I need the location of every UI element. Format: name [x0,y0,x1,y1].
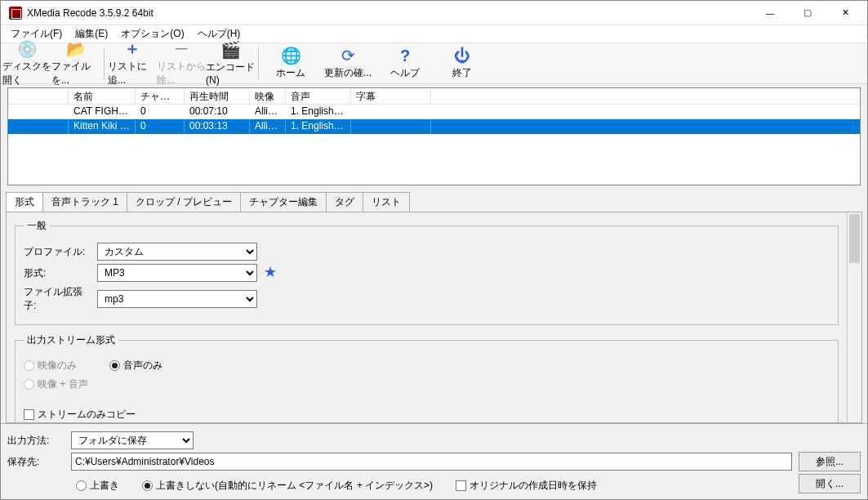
col-check[interactable] [8,88,69,104]
toolbar-label: 終了 [452,66,472,80]
dest-label: 保存先: [7,455,65,469]
cell-audio: 1. English A... [286,105,351,119]
file-row[interactable]: Kitten Kiki g... 0 00:03:13 Allian... 1.… [8,119,860,134]
cell-chapter: 0 [136,105,185,119]
file-list-header: 名前 チャプター 再生時間 映像 音声 字幕 [8,88,860,105]
window-title: XMedia Recode 3.5.9.2 64bit [27,7,751,19]
tabstrip: 形式 音声トラック 1 クロップ / プレビュー チャプター編集 タグ リスト [6,192,862,212]
favorite-star-icon[interactable]: ★ [264,266,278,280]
browse-button[interactable]: 参照... [799,452,861,471]
cell-audio: 1. English A... [286,119,351,134]
tab-crop-preview[interactable]: クロップ / プレビュー [127,192,241,212]
radio-no-overwrite[interactable]: 上書きしない(自動的にリネーム <ファイル名 + インデックス>) [142,479,433,493]
app-icon [9,7,22,20]
toolbar-label: リストに追... [108,60,157,87]
cell-subtitle [351,105,431,119]
home-button[interactable]: 🌐 ホーム [262,44,319,83]
disc-icon: 💿 [18,40,36,58]
minus-icon: ─ [172,40,190,58]
exit-button[interactable]: ⏻ 終了 [434,44,491,83]
profile-label: プロファイル: [24,245,91,259]
close-button[interactable]: ✕ [826,1,864,25]
cell-duration: 00:03:13 [185,119,250,134]
plus-icon: ＋ [123,40,141,58]
cell-chapter: 0 [136,119,185,134]
toolbar-separator [258,47,259,80]
col-audio[interactable]: 音声 [286,88,351,104]
stream-group: 出力ストリーム形式 映像のみ 音声のみ 映像 + 音声 ストリームのみコピー 映… [15,333,839,422]
col-video[interactable]: 映像 [250,88,286,104]
help-button[interactable]: ? ヘルプ [376,44,434,83]
remove-list-button: ─ リストから除... [157,44,206,83]
col-name[interactable]: 名前 [69,88,136,104]
encode-button[interactable]: 🎬 エンコード(N) [206,44,255,83]
open-button[interactable]: 開く... [799,474,861,493]
ext-select[interactable]: mp3 [97,290,257,308]
update-button[interactable]: ⟳ 更新の確... [319,44,376,83]
cell-duration: 00:07:10 [185,105,250,119]
clapper-icon: 🎬 [221,41,239,59]
tab-tag[interactable]: タグ [326,192,363,212]
open-disc-button[interactable]: 💿 ディスクを開く [2,44,51,83]
refresh-icon: ⟳ [339,47,357,65]
help-icon: ? [396,47,414,65]
toolbar-separator [104,47,105,80]
output-method-select[interactable]: フォルダに保存 [71,431,194,449]
toolbar-label: ホーム [276,66,305,80]
folder-icon: 📂 [67,40,85,58]
output-method-label: 出力方法: [7,434,65,448]
tab-panel: 一般 プロファイル: カスタム 形式: MP3 ★ ファイル拡張子: mp3 出… [6,212,862,423]
file-list[interactable]: 名前 チャプター 再生時間 映像 音声 字幕 CAT FIGHT ... 0 0… [7,87,861,185]
output-panel: 出力方法: フォルダに保存 保存先: 参照... 上書き 上書きしない(自動的に… [1,423,867,499]
check-stream-copy[interactable]: ストリームのみコピー [24,408,830,422]
radio-overwrite[interactable]: 上書き [76,479,119,493]
format-select[interactable]: MP3 [97,264,257,282]
file-row[interactable]: CAT FIGHT ... 0 00:07:10 Allian... 1. En… [8,105,860,119]
col-subtitle[interactable]: 字幕 [351,88,431,104]
cell-name: Kitten Kiki g... [69,119,136,134]
power-icon: ⏻ [453,47,471,65]
radio-audio-only[interactable]: 音声のみ [109,359,162,373]
check-keep-date[interactable]: オリジナルの作成日時を保持 [456,479,597,493]
maximize-button[interactable]: ▢ [789,1,826,25]
cell-name: CAT FIGHT ... [69,105,136,119]
dest-path-input[interactable] [71,453,792,471]
tab-audio-track[interactable]: 音声トラック 1 [42,192,127,212]
tab-list[interactable]: リスト [363,192,410,212]
scrollbar-thumb[interactable] [849,214,860,263]
toolbar-label: エンコード(N) [206,60,255,86]
general-legend: 一般 [24,219,50,233]
format-label: 形式: [24,266,91,280]
toolbar-label: ディスクを開く [2,60,51,87]
toolbar: 💿 ディスクを開く 📂 ファイルを... ＋ リストに追... ─ リストから除… [1,43,867,84]
tab-chapter-edit[interactable]: チャプター編集 [240,192,327,212]
col-duration[interactable]: 再生時間 [185,88,250,104]
cell-video: Allian... [250,105,286,119]
toolbar-label: ファイルを... [51,60,100,87]
toolbar-label: 更新の確... [324,66,372,80]
minimize-button[interactable]: — [751,1,789,25]
cell-subtitle [351,119,431,134]
col-chapter[interactable]: チャプター [136,88,185,104]
ext-label: ファイル拡張子: [24,285,91,313]
general-group: 一般 プロファイル: カスタム 形式: MP3 ★ ファイル拡張子: mp3 [15,219,839,325]
radio-video-audio: 映像 + 音声 [24,377,88,391]
toolbar-label: ヘルプ [390,66,420,80]
tab-format[interactable]: 形式 [6,192,43,212]
titlebar: XMedia Recode 3.5.9.2 64bit — ▢ ✕ [1,1,867,25]
radio-video-only: 映像のみ [24,359,77,373]
globe-icon: 🌐 [282,47,300,65]
toolbar-label: リストから除... [157,60,206,87]
profile-select[interactable]: カスタム [97,243,257,261]
add-list-button[interactable]: ＋ リストに追... [108,44,157,83]
vertical-scrollbar[interactable] [847,212,861,422]
stream-legend: 出力ストリーム形式 [24,333,118,347]
open-file-button[interactable]: 📂 ファイルを... [51,44,100,83]
cell-video: Allian... [250,119,286,134]
